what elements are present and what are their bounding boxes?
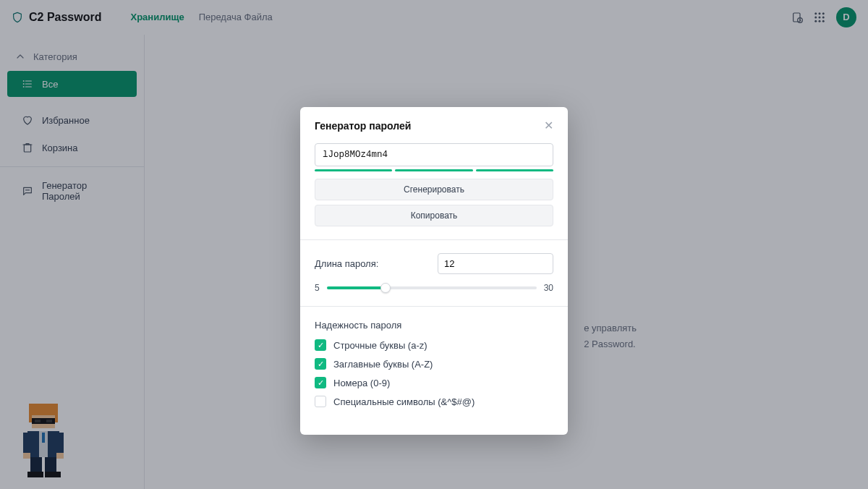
generated-password-field[interactable]: lJop8MOz4mn4 <box>315 143 553 166</box>
option-label: Заглавные буквы (A-Z) <box>333 359 433 370</box>
option-label: Специальные символы (&^$#@) <box>333 396 475 407</box>
option-lowercase[interactable]: ✓ Строчные буквы (a-z) <box>315 339 553 351</box>
modal-title: Генератор паролей <box>315 120 411 132</box>
strength-options-title: Надежность пароля <box>315 320 553 331</box>
password-generator-modal: Генератор паролей ✕ lJop8MOz4mn4 Сгенери… <box>300 107 568 435</box>
checkbox-icon: ✓ <box>315 377 326 388</box>
slider-max-label: 30 <box>544 283 553 293</box>
length-input[interactable] <box>438 253 553 274</box>
option-numbers[interactable]: ✓ Номера (0-9) <box>315 377 553 388</box>
option-uppercase[interactable]: ✓ Заглавные буквы (A-Z) <box>315 358 553 370</box>
modal-overlay[interactable]: Генератор паролей ✕ lJop8MOz4mn4 Сгенери… <box>0 0 868 489</box>
password-strength-meter <box>315 169 553 171</box>
checkbox-icon <box>315 396 326 407</box>
option-special[interactable]: Специальные символы (&^$#@) <box>315 396 553 407</box>
close-icon[interactable]: ✕ <box>544 120 553 132</box>
checkbox-icon: ✓ <box>315 358 326 370</box>
option-label: Номера (0-9) <box>333 378 390 388</box>
length-slider[interactable] <box>327 286 537 289</box>
copy-button[interactable]: Копировать <box>315 205 553 226</box>
checkbox-icon: ✓ <box>315 339 326 351</box>
slider-thumb[interactable] <box>380 283 391 293</box>
length-label: Длина пароля: <box>315 258 378 269</box>
option-label: Строчные буквы (a-z) <box>333 340 427 351</box>
generate-button[interactable]: Сгенерировать <box>315 179 553 200</box>
slider-min-label: 5 <box>315 283 320 293</box>
